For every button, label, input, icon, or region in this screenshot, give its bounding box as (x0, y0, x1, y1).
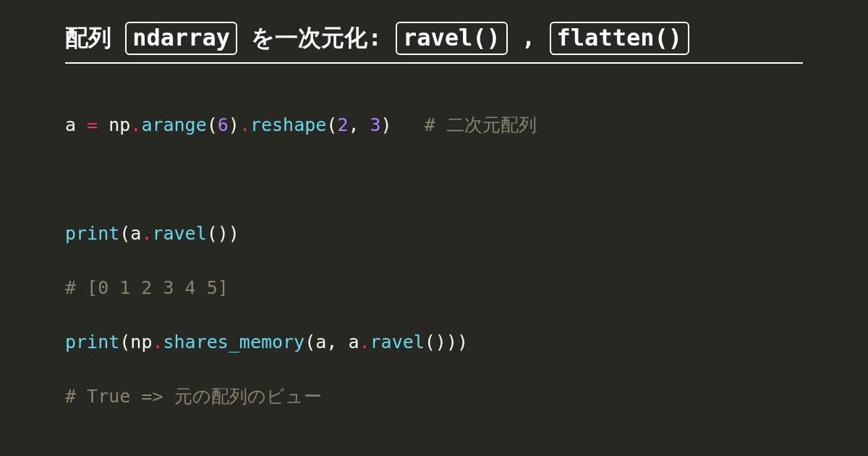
tok-var-a: a (315, 332, 326, 352)
code-line-4: # [0 1 2 3 4 5] (65, 274, 803, 302)
tok-var-np: np (98, 114, 130, 135)
tok-var-np: np (130, 332, 152, 352)
tok-var-a: a (65, 114, 87, 135)
title-box-ndarray: ndarray (125, 22, 237, 55)
tok-dot: . (141, 223, 152, 244)
code-line-blank (65, 437, 803, 457)
code-line-6: # True => 元の配列のビュー (65, 383, 803, 410)
title-comma: , (522, 24, 535, 51)
tok-func-reshape: reshape (250, 114, 326, 135)
tok-builtin-print: print (65, 223, 119, 244)
tok-lparen: ( (207, 223, 218, 244)
code-line-5: print(np.shares_memory(a, a.ravel())) (65, 329, 803, 356)
tok-comma: , (326, 332, 348, 352)
tok-rparen: ) (218, 223, 229, 244)
tok-num-3: 3 (370, 114, 381, 135)
tok-var-a: a (348, 332, 359, 352)
code-block: a = np.arange(6).reshape(2, 3) # 二次元配列 p… (65, 84, 803, 456)
tok-method-ravel: ravel (370, 332, 425, 352)
tok-dot: . (359, 332, 370, 352)
tok-comment: # [0 1 2 3 4 5] (65, 277, 229, 298)
title-box-ravel: ravel() (396, 22, 508, 55)
tok-method-ravel: ravel (152, 223, 206, 244)
tok-lparen: ( (119, 332, 130, 352)
tok-rparen: ) (229, 114, 239, 135)
page-title: 配列 ndarray を一次元化: ravel() , flatten() (65, 22, 803, 64)
tok-lparen: ( (207, 114, 218, 135)
code-line-3: print(a.ravel()) (65, 220, 803, 248)
tok-rparen: ) (381, 114, 392, 135)
title-text-2: を一次元化: (251, 24, 381, 51)
tok-func-arange: arange (141, 114, 206, 135)
tok-builtin-print: print (65, 332, 119, 352)
tok-space (392, 114, 425, 135)
tok-dot: . (130, 114, 141, 135)
tok-num-2: 2 (337, 114, 348, 135)
tok-method-shares-memory: shares_memory (163, 332, 305, 352)
tok-lparen: ( (119, 223, 130, 244)
tok-rparen: ) (446, 332, 457, 352)
tok-op-eq: = (87, 114, 98, 135)
code-line-blank (65, 166, 803, 193)
tok-dot: . (239, 114, 250, 135)
code-line-1: a = np.arange(6).reshape(2, 3) # 二次元配列 (65, 111, 803, 139)
tok-comma: , (348, 114, 370, 135)
tok-num-6: 6 (218, 114, 229, 135)
tok-var-a: a (130, 223, 141, 244)
tok-rparen: ) (229, 223, 239, 244)
tok-lparen: ( (425, 332, 435, 352)
tok-comment: # True => 元の配列のビュー (65, 386, 322, 407)
title-box-flatten: flatten() (550, 22, 689, 55)
tok-rparen: ) (435, 332, 446, 352)
tok-dot: . (152, 332, 163, 352)
tok-lparen: ( (305, 332, 315, 352)
tok-lparen: ( (326, 114, 337, 135)
tok-rparen: ) (457, 332, 468, 352)
title-text-1: 配列 (65, 24, 111, 51)
tok-comment: # 二次元配列 (425, 114, 537, 135)
